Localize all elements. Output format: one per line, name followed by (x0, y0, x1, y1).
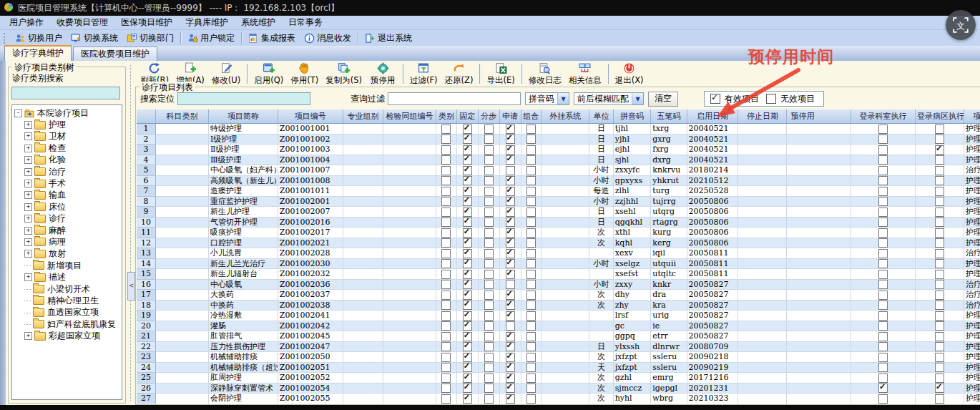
checkbox-cb_apply[interactable] (506, 353, 515, 362)
checkbox-cb_category[interactable] (441, 291, 451, 300)
checkbox-cb_fixed[interactable] (463, 155, 472, 165)
checkbox-cb_apply[interactable] (506, 218, 515, 227)
checkbox-cb_ward[interactable] (935, 374, 944, 383)
checkbox-cb_dept[interactable] (878, 176, 888, 185)
checkbox-cb_apply[interactable] (506, 135, 515, 144)
checkbox-cb_dept[interactable] (878, 166, 888, 175)
checkbox-cb_apply[interactable] (506, 363, 515, 372)
tree-item-15[interactable]: 小梁切开术 (14, 283, 122, 295)
tab-hospital-charge-items[interactable]: 医院收费项目维护 (73, 47, 157, 61)
tree-item-7[interactable]: +输血 (14, 190, 122, 201)
checkbox-cb_ward[interactable] (935, 353, 944, 362)
checkbox-cb_dept[interactable] (878, 187, 888, 196)
expand-expander[interactable]: + (24, 191, 32, 199)
checkbox-cb_dept[interactable] (878, 291, 888, 300)
toolbar-button-3[interactable]: 修改(U) (208, 62, 244, 87)
match-mode-combo[interactable]: 前后模糊匹配 ▼ (574, 92, 644, 105)
quickbar-button-6[interactable]: 消息收发 (300, 31, 356, 45)
tab-diagnosis-dict[interactable]: 诊疗字典维护 (4, 45, 72, 61)
checkbox-cb_dept[interactable] (878, 280, 888, 289)
tree-item-1[interactable]: +护理 (14, 119, 122, 130)
checkbox-cb_apply[interactable] (506, 125, 515, 134)
checkbox-cb_ward[interactable] (935, 228, 944, 238)
checkbox-cb_category[interactable] (441, 332, 451, 341)
toolbar-button-10[interactable]: 导出(E) (483, 62, 518, 87)
checkbox-cb_apply[interactable] (506, 197, 515, 206)
checkbox-cb_category[interactable] (441, 187, 451, 196)
quickbar-button-3[interactable]: 切换部门 (122, 31, 178, 45)
checkbox-cb_combo[interactable] (526, 176, 536, 185)
expand-expander[interactable]: + (24, 121, 32, 129)
checkbox-cb_combo[interactable] (526, 394, 536, 404)
checkbox-cb_category[interactable] (441, 259, 451, 268)
invalid-items-checkbox[interactable] (766, 94, 776, 104)
checkbox-cb_category[interactable] (441, 135, 451, 144)
checkbox-cb_combo[interactable] (526, 332, 536, 341)
table-row[interactable]: 26深静脉穿刺置管术Z001002054次sjmcczigepgl2020123… (137, 383, 980, 394)
tree-item-18[interactable]: 妇产科盆底肌康复 (14, 318, 122, 330)
checkbox-cb_dept[interactable] (878, 259, 888, 268)
checkbox-cb_apply[interactable] (506, 321, 515, 331)
checkbox-cb_fixed[interactable] (463, 176, 472, 185)
checkbox-cb_dept[interactable] (878, 155, 888, 165)
toolbar-button-4[interactable]: 启用(Q) (250, 62, 287, 87)
checkbox-cb_fixed[interactable] (463, 145, 472, 155)
menu-item-5[interactable]: 系统维护 (235, 16, 282, 29)
checkbox-cb_step[interactable] (484, 145, 494, 155)
checkbox-cb_combo[interactable] (526, 353, 536, 362)
checkbox-cb_dept[interactable] (878, 228, 888, 238)
table-row[interactable]: 20灌肠Z001002042gcie20050827护理 (137, 321, 980, 331)
toolbar-button-8[interactable]: 过滤(F) (406, 62, 441, 87)
checkbox-cb_apply[interactable] (506, 342, 515, 351)
checkbox-cb_ward[interactable] (935, 311, 944, 321)
table-row[interactable]: 9新生儿护理Z001002007日xsehlutqrg20050806护理 (137, 207, 980, 218)
checkbox-cb_apply[interactable] (506, 166, 515, 175)
checkbox-cb_fixed[interactable] (463, 353, 472, 362)
checkbox-cb_step[interactable] (484, 259, 494, 268)
checkbox-cb_step[interactable] (484, 187, 494, 196)
table-row[interactable]: 15新生儿辐射台Z001002032xsefstutqltc20050811护理 (137, 269, 980, 280)
table-row[interactable]: 7造瘘护理Z001001011每造zlhlturg20250528护理 (137, 186, 980, 197)
table-row[interactable]: 24机械辅助排痰（超过3Z001002051天jxfzptssleru20090… (137, 362, 980, 373)
toolbar-button-13[interactable]: 退出(X) (612, 62, 647, 87)
checkbox-cb_ward[interactable] (935, 259, 944, 268)
checkbox-cb_category[interactable] (441, 394, 451, 404)
checkbox-cb_combo[interactable] (526, 228, 536, 238)
checkbox-cb_combo[interactable] (526, 374, 536, 383)
checkbox-cb_ward[interactable] (935, 321, 944, 331)
table-row[interactable]: 11吸痰护理Z001002017次xthlkurg20050806护理 (137, 228, 980, 238)
checkbox-cb_step[interactable] (484, 270, 494, 279)
tree-item-16[interactable]: 精神心理卫生 (14, 295, 122, 306)
table-row[interactable]: 22压力性损伤护理Z001002047日ylxsshdlnrwr20080709… (137, 341, 980, 352)
checkbox-cb_combo[interactable] (526, 208, 536, 217)
query-filter-input[interactable] (388, 92, 521, 105)
panel-splitter[interactable]: < (127, 61, 134, 405)
checkbox-cb_dept[interactable] (878, 208, 888, 217)
table-row[interactable]: 23机械辅助排痰Z001002050次jxfzptssleru20090218护… (137, 352, 980, 363)
checkbox-cb_combo[interactable] (526, 238, 536, 248)
checkbox-cb_ward[interactable] (935, 394, 944, 404)
checkbox-cb_fixed[interactable] (463, 374, 472, 383)
checkbox-cb_step[interactable] (484, 155, 494, 165)
checkbox-cb_ward[interactable] (935, 332, 944, 341)
checkbox-cb_step[interactable] (484, 197, 494, 206)
checkbox-cb_apply[interactable] (506, 238, 515, 248)
checkbox-cb_dept[interactable] (878, 270, 888, 279)
tree-item-4[interactable]: +化验 (14, 155, 122, 166)
tree-item-13[interactable]: 新增项目 (14, 260, 122, 271)
checkbox-cb_step[interactable] (484, 135, 494, 144)
checkbox-cb_fixed[interactable] (463, 135, 472, 144)
checkbox-cb_combo[interactable] (526, 187, 536, 196)
menu-item-4[interactable]: 字典库维护 (179, 16, 235, 29)
tree-item-11[interactable]: +病理 (14, 236, 122, 248)
quickbar-button-5[interactable]: 集成报表 (244, 31, 300, 45)
checkbox-cb_fixed[interactable] (463, 363, 472, 372)
checkbox-cb_fixed[interactable] (463, 125, 472, 134)
checkbox-cb_step[interactable] (484, 208, 494, 217)
table-row[interactable]: 17大换药Z001002037次dhydra20050827治疗 (137, 290, 980, 301)
checkbox-cb_combo[interactable] (526, 125, 536, 134)
checkbox-cb_step[interactable] (484, 374, 494, 383)
checkbox-cb_category[interactable] (441, 353, 451, 362)
checkbox-cb_ward[interactable] (935, 208, 944, 217)
checkbox-cb_step[interactable] (484, 332, 494, 341)
